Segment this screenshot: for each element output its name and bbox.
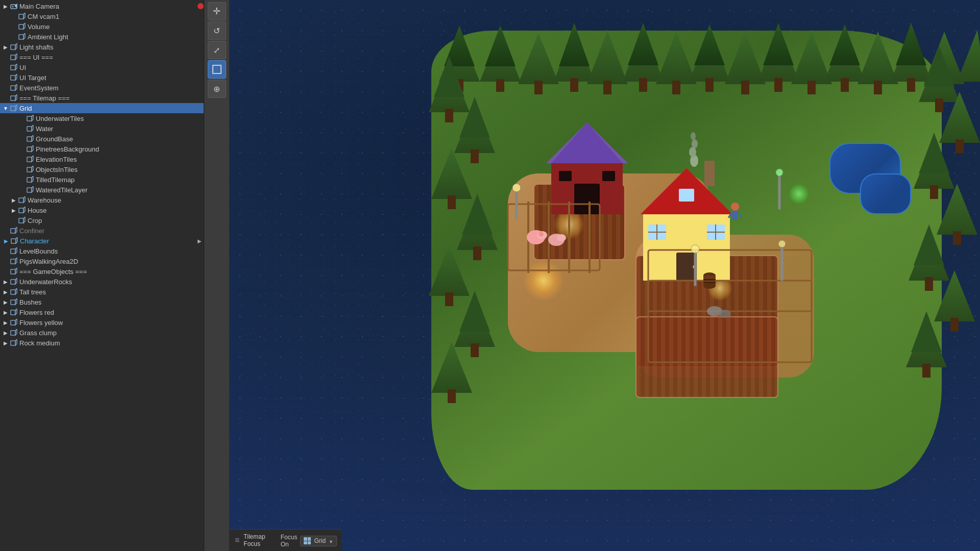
tree-arrow[interactable] <box>2 44 10 50</box>
viewport[interactable]: ≡ Tilemap Focus Focus On Grid <box>230 0 980 551</box>
tree-item-label: Light shafts <box>19 43 204 51</box>
svg-rect-95 <box>11 249 15 254</box>
tree-arrow[interactable] <box>2 299 10 305</box>
hierarchy-item-rock-medium[interactable]: Rock medium <box>0 338 204 348</box>
hierarchy-item-flowers-red[interactable]: Flowers red <box>0 307 204 317</box>
object-icon <box>10 73 18 82</box>
svg-rect-91 <box>11 239 16 243</box>
custom-tool-button[interactable]: ⊕ <box>208 80 226 98</box>
hierarchy-item-gameobjects-sep[interactable]: === GameObjects === <box>0 266 204 277</box>
move-tool-button[interactable]: ✛ <box>208 2 226 20</box>
hierarchy-item-grass-clump[interactable]: Grass clump <box>0 328 204 338</box>
tree-item-label: === GameObjects === <box>19 268 204 276</box>
hierarchy-item-underwater-tiles[interactable]: UnderwaterTiles <box>0 113 204 123</box>
tree-arrow[interactable] <box>2 279 10 285</box>
rotate-tool-button[interactable]: ↺ <box>208 21 226 40</box>
svg-point-255 <box>703 283 716 289</box>
hierarchy-item-ground-base[interactable]: GroundBase <box>0 134 204 144</box>
object-icon <box>26 165 34 173</box>
hierarchy-item-light-shafts[interactable]: Light shafts <box>0 42 204 52</box>
svg-rect-7 <box>19 24 23 29</box>
svg-rect-111 <box>11 290 15 294</box>
red-badge <box>198 3 204 9</box>
hierarchy-list[interactable]: Main Camera CM vcam1 Volume Ambient Ligh… <box>0 0 204 551</box>
hierarchy-item-ui-sep[interactable]: === UI === <box>0 52 204 62</box>
hierarchy-item-underwater-rocks[interactable]: UnderwaterRocks <box>0 277 204 287</box>
object-icon <box>10 63 18 71</box>
svg-rect-213 <box>574 184 600 214</box>
tree-item-label: ObjectsInTiles <box>36 166 204 173</box>
tree-item-label: Grid <box>19 105 204 112</box>
rect-tool-button[interactable] <box>208 60 226 79</box>
svg-rect-59 <box>27 157 32 162</box>
hierarchy-item-main-camera[interactable]: Main Camera <box>0 1 204 11</box>
hierarchy-item-crop[interactable]: Crop <box>0 215 204 226</box>
hierarchy-item-objects-in-tiles[interactable]: ObjectsInTiles <box>0 164 204 174</box>
svg-point-260 <box>731 203 739 211</box>
tree-item-label: Confiner <box>19 227 204 235</box>
hierarchy-item-cm-vcam1[interactable]: CM vcam1 <box>0 11 204 21</box>
svg-point-244 <box>691 245 699 253</box>
focus-dropdown[interactable]: Grid <box>300 536 337 546</box>
object-icon <box>18 22 26 31</box>
object-icon <box>18 33 26 41</box>
object-icon <box>10 2 18 10</box>
object-icon <box>26 124 34 133</box>
hierarchy-item-watered-tile-layer[interactable]: WateredTileLayer <box>0 185 204 195</box>
svg-marker-212 <box>551 122 623 163</box>
hierarchy-item-ui-target[interactable]: UI Target <box>0 72 204 83</box>
hierarchy-item-elevation-tiles[interactable]: ElevationTiles <box>0 154 204 164</box>
tree-arrow[interactable] <box>10 208 18 213</box>
tree-item-label: EventSystem <box>19 84 204 92</box>
hierarchy-item-tall-trees[interactable]: Tall trees <box>0 287 204 297</box>
svg-point-248 <box>778 240 786 247</box>
hierarchy-item-flowers-yellow[interactable]: Flowers yellow <box>0 317 204 328</box>
focus-dropdown-arrow <box>329 537 333 545</box>
svg-rect-119 <box>11 310 15 315</box>
svg-rect-75 <box>19 198 23 203</box>
hierarchy-item-confiner[interactable]: Confiner <box>0 226 204 236</box>
hierarchy-item-water[interactable]: Water <box>0 123 204 134</box>
hierarchy-item-ui[interactable]: UI <box>0 62 204 72</box>
object-icon <box>10 94 18 102</box>
tilemap-focus-bar: ≡ Tilemap Focus Focus On Grid <box>230 529 342 551</box>
hierarchy-item-pigs-walking-area[interactable]: PigsWalkingArea2D <box>0 256 204 266</box>
svg-rect-19 <box>11 55 15 60</box>
hierarchy-item-house[interactable]: House <box>0 205 204 215</box>
tree-arrow[interactable] <box>2 238 10 244</box>
svg-point-252 <box>691 132 696 140</box>
tree-item-label: === UI === <box>19 54 204 61</box>
hierarchy-item-grid[interactable]: Grid <box>0 103 204 113</box>
svg-point-259 <box>719 310 731 318</box>
hierarchy-item-warehouse[interactable]: Warehouse <box>0 195 204 205</box>
tree-arrow[interactable] <box>2 310 10 315</box>
hierarchy-item-pinetrees-bg[interactable]: PinetreesBackground <box>0 144 204 154</box>
tree-arrow[interactable] <box>2 4 10 9</box>
hierarchy-item-tilled-tilemap[interactable]: TilledTilemap <box>0 174 204 185</box>
svg-rect-27 <box>11 76 15 80</box>
tree-item-label: UnderwaterRocks <box>19 278 204 286</box>
hierarchy-item-volume[interactable]: Volume <box>0 21 204 32</box>
hierarchy-item-character[interactable]: Character▶ <box>0 236 204 246</box>
svg-rect-123 <box>11 320 15 325</box>
hierarchy-item-tilemap-sep[interactable]: === Tilemap === <box>0 93 204 103</box>
svg-point-242 <box>512 184 521 192</box>
right-expand-arrow[interactable]: ▶ <box>198 238 202 244</box>
tree-arrow[interactable] <box>2 330 10 336</box>
hierarchy-item-ambient-light[interactable]: Ambient Light <box>0 32 204 42</box>
tree-item-label: GroundBase <box>36 135 204 143</box>
tree-arrow[interactable] <box>2 289 10 295</box>
tree-arrow[interactable] <box>10 197 18 203</box>
hierarchy-item-level-bounds[interactable]: LevelBounds <box>0 246 204 256</box>
tree-arrow[interactable] <box>2 340 10 346</box>
hierarchy-item-event-system[interactable]: EventSystem <box>0 83 204 93</box>
tree-arrow[interactable] <box>2 320 10 325</box>
svg-rect-3 <box>19 14 23 19</box>
tree-arrow[interactable] <box>2 106 10 111</box>
tree-item-label: Bushes <box>19 298 204 306</box>
svg-rect-241 <box>516 189 518 219</box>
object-icon <box>26 176 34 184</box>
tree-item-label: Grass clump <box>19 329 204 337</box>
hierarchy-item-bushes[interactable]: Bushes <box>0 297 204 307</box>
scale-tool-button[interactable]: ⤢ <box>208 41 226 59</box>
